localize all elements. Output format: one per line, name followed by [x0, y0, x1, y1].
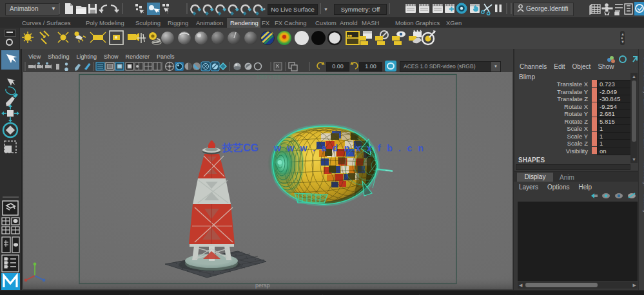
svg-text:www.adnxxfb.cn: www.adnxxfb.cn — [273, 143, 430, 153]
svg-text:技艺CG: 技艺CG — [222, 142, 259, 153]
svg-text:■■: ■■ — [347, 33, 353, 37]
svg-text:1280 x 720: 1280 x 720 — [257, 74, 280, 80]
svg-text:persp: persp — [255, 282, 270, 289]
